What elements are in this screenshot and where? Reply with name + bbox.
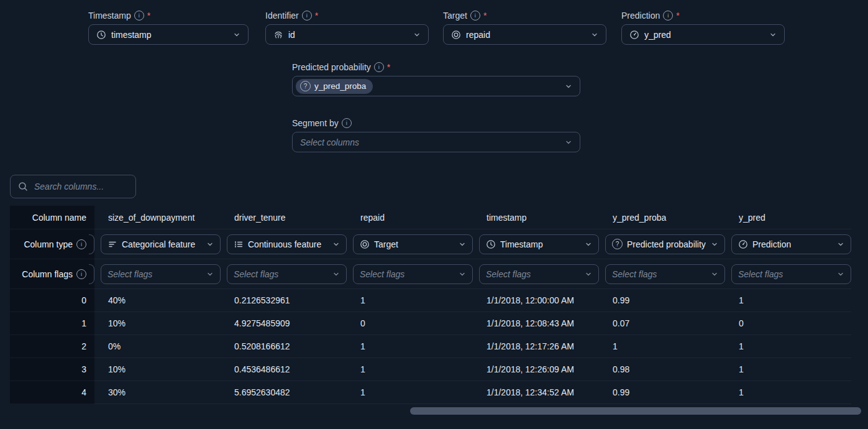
select-placeholder: Select columns <box>300 137 359 147</box>
column-flags-select-timestamp[interactable]: Select flags <box>479 264 599 284</box>
chevron-down-icon <box>206 270 214 278</box>
clock-icon <box>96 30 106 40</box>
continuous-icon <box>234 239 244 249</box>
chip-label: y_pred_proba <box>314 81 366 91</box>
table-cell: 1/1/2018, 12:08:43 AM <box>473 312 599 335</box>
type-cell-4: ? Predicted probability <box>599 229 725 259</box>
flags-cell-0: Select flags <box>94 259 221 289</box>
chevron-down-icon <box>332 241 340 248</box>
column-header-size_of_downpayment: size_of_downpayment <box>94 206 221 229</box>
table-cell: 10% <box>94 312 221 335</box>
select-placeholder: Select flags <box>612 269 657 279</box>
chevron-down-icon <box>206 241 214 248</box>
table-cell: 1 <box>347 289 473 312</box>
table-cell: 30% <box>94 381 221 404</box>
chevron-down-icon <box>585 270 592 278</box>
prediction-field: Prediction i * y_pred <box>621 10 785 45</box>
table-cell: 0.5208166612 <box>221 335 347 358</box>
predicted-probability-label: Predicted probability i * <box>292 62 580 73</box>
info-icon[interactable]: i <box>302 11 312 21</box>
prediction-select[interactable]: y_pred <box>621 24 785 45</box>
chevron-down-icon <box>711 241 718 248</box>
select-placeholder: Select flags <box>234 269 278 279</box>
row-index: 1 <box>10 312 94 335</box>
segment-by-field: Segment by i Select columns <box>292 118 580 152</box>
column-type-select-y_pred[interactable]: Prediction <box>731 234 851 254</box>
selected-type: Timestamp <box>500 239 543 249</box>
info-icon[interactable]: i <box>134 11 144 21</box>
selected-value: y_pred <box>644 30 671 40</box>
clipped-flags-select-edge <box>89 264 94 284</box>
info-icon[interactable]: i <box>663 11 673 21</box>
segment-by-select[interactable]: Select columns <box>292 132 580 152</box>
table-cell: 1 <box>347 381 473 404</box>
identifier-select[interactable]: id <box>265 24 429 45</box>
column-flags-select-y_pred[interactable]: Select flags <box>731 264 851 284</box>
chevron-down-icon <box>332 270 340 278</box>
selected-type: Prediction <box>752 239 791 249</box>
selected-column-chip[interactable]: ? y_pred_proba <box>296 79 373 94</box>
info-icon[interactable]: i <box>470 11 480 21</box>
timestamp-select[interactable]: timestamp <box>88 24 249 45</box>
table-cell: 1 <box>725 289 851 312</box>
column-type-select-timestamp[interactable]: Timestamp <box>479 234 599 254</box>
table-cell: 0% <box>94 335 221 358</box>
column-header-repaid: repaid <box>347 206 473 229</box>
table-cell: 0.98 <box>599 358 725 381</box>
info-icon[interactable]: i <box>374 62 384 72</box>
info-icon[interactable]: i <box>76 239 86 249</box>
column-flags-select-repaid[interactable]: Select flags <box>353 264 473 284</box>
target-field-label: Target i * <box>443 10 606 21</box>
table-cell: 1 <box>347 358 473 381</box>
column-header-y_pred_proba: y_pred_proba <box>599 206 725 229</box>
type-cell-5: Prediction <box>725 229 851 259</box>
selected-value: timestamp <box>111 30 152 40</box>
horizontal-scrollbar-thumb[interactable] <box>410 407 861 415</box>
column-type-select-size_of_downpayment[interactable]: Categorical feature <box>101 234 221 254</box>
info-icon[interactable]: i <box>76 269 86 279</box>
chevron-down-icon <box>837 270 844 278</box>
flags-cell-2: Select flags <box>347 259 473 289</box>
clipped-type-select-edge <box>89 234 94 254</box>
column-flags-select-driver_tenure[interactable]: Select flags <box>227 264 347 284</box>
column-type-select-y_pred_proba[interactable]: ? Predicted probability <box>605 234 725 254</box>
column-flags-select-y_pred_proba[interactable]: Select flags <box>605 264 725 284</box>
table-cell: 1 <box>347 335 473 358</box>
chevron-down-icon <box>769 31 777 39</box>
table-cell: 5.6952630482 <box>221 381 347 404</box>
predicted-probability-select[interactable]: ? y_pred_proba <box>292 76 580 96</box>
field-label-text: Predicted probability <box>292 62 371 72</box>
target-select[interactable]: repaid <box>443 24 606 45</box>
table-cell: 1/1/2018, 12:34:52 AM <box>473 381 599 404</box>
table-cell: 4.9275485909 <box>221 312 347 335</box>
selected-type: Continuous feature <box>248 239 321 249</box>
identifier-field: Identifier i * id <box>265 10 429 45</box>
selected-type: Categorical feature <box>122 239 195 249</box>
flags-cell-3: Select flags <box>473 259 599 289</box>
required-asterisk: * <box>676 11 679 21</box>
clock-icon <box>486 239 496 249</box>
column-type-select-repaid[interactable]: Target <box>353 234 473 254</box>
question-circle-icon: ? <box>612 239 623 249</box>
required-asterisk: * <box>147 11 150 21</box>
prediction-icon <box>629 30 639 40</box>
search-input[interactable] <box>33 181 128 192</box>
timestamp-field: Timestamp i * timestamp <box>88 10 249 45</box>
row-header-label: Column flags <box>22 269 73 279</box>
select-placeholder: Select flags <box>107 269 152 279</box>
field-label-text: Prediction <box>621 11 660 21</box>
column-flags-select-size_of_downpayment[interactable]: Select flags <box>101 264 221 284</box>
prediction-field-label: Prediction i * <box>621 10 785 21</box>
select-placeholder: Select flags <box>360 269 404 279</box>
column-type-select-driver_tenure[interactable]: Continuous feature <box>227 234 347 254</box>
row-index: 2 <box>10 335 94 358</box>
flags-cell-5: Select flags <box>725 259 851 289</box>
fingerprint-icon <box>273 30 283 40</box>
table-cell: 0.4536486612 <box>221 358 347 381</box>
field-label-text: Identifier <box>265 11 299 21</box>
field-label-text: Segment by <box>292 118 339 128</box>
column-header-y_pred: y_pred <box>725 206 851 229</box>
info-icon[interactable]: i <box>342 118 352 128</box>
row-header-column-type: Column type i <box>10 229 94 259</box>
column-header-driver_tenure: driver_tenure <box>221 206 347 229</box>
